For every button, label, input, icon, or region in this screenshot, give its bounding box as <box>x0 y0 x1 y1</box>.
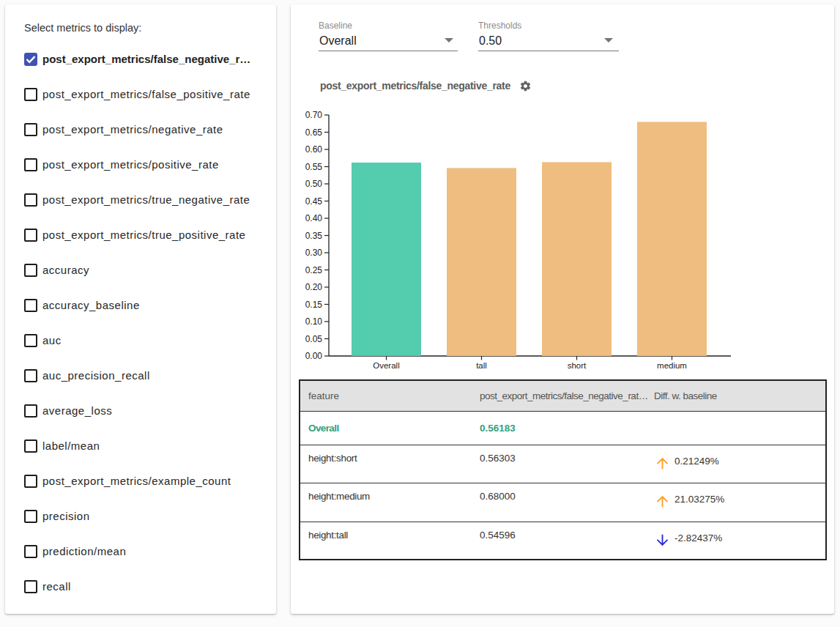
svg-text:0.65: 0.65 <box>305 127 323 138</box>
svg-text:0.40: 0.40 <box>305 213 323 223</box>
svg-text:0.45: 0.45 <box>305 196 323 207</box>
svg-text:Overall: Overall <box>373 361 399 370</box>
svg-text:short: short <box>568 361 587 370</box>
svg-text:0.10: 0.10 <box>305 316 323 327</box>
svg-text:medium: medium <box>657 361 687 370</box>
svg-text:0.20: 0.20 <box>305 282 323 292</box>
svg-text:0.35: 0.35 <box>305 231 323 241</box>
svg-text:0.55: 0.55 <box>305 162 323 172</box>
svg-text:0.30: 0.30 <box>305 248 323 258</box>
svg-text:0.25: 0.25 <box>305 265 323 275</box>
svg-text:0.15: 0.15 <box>305 300 323 310</box>
svg-text:tall: tall <box>476 361 487 370</box>
svg-text:0.60: 0.60 <box>305 144 323 155</box>
svg-text:0.50: 0.50 <box>305 179 323 189</box>
svg-text:0.00: 0.00 <box>305 351 323 361</box>
svg-text:0.05: 0.05 <box>305 334 323 344</box>
svg-text:0.70: 0.70 <box>305 110 323 120</box>
